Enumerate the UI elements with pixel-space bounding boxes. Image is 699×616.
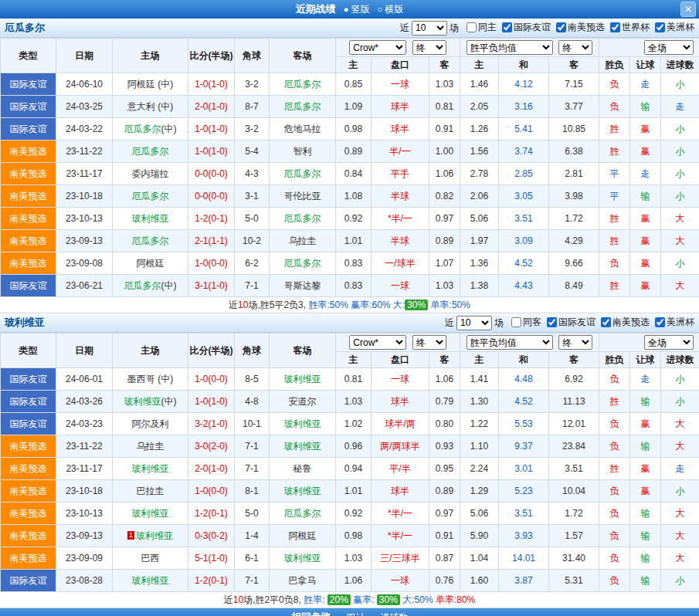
result-handicap: 走 — [630, 163, 661, 185]
result-goals: 小 — [661, 252, 699, 275]
ah-line: 球半 — [372, 480, 429, 503]
summary-segment: 场,胜2平0负8, — [243, 594, 304, 605]
filter-checkbox-input[interactable] — [610, 22, 620, 32]
odds-draw: 3.93 — [499, 525, 549, 547]
team-name-highlight: 厄瓜多尔 — [284, 168, 321, 179]
match-type-badge: 南美预选 — [1, 435, 56, 458]
home-team-cell: 厄瓜多尔(中) — [113, 275, 188, 297]
match-type-badge: 南美预选 — [1, 208, 56, 230]
summary-segment: 近 — [224, 594, 233, 605]
radio-option[interactable]: ○横版 — [378, 3, 404, 16]
odds-1x2-time-select[interactable]: 终 — [558, 335, 592, 350]
odds-1x2-avg-select[interactable]: 胜平负均值 — [467, 40, 553, 55]
filter-checkbox[interactable]: 国际友谊 — [502, 21, 551, 34]
match-row: 南美预选23-11-17委内瑞拉0-0(0-0)4-3厄瓜多尔0.84平手1.0… — [1, 163, 699, 185]
away-team-cell: 玻利维亚 — [270, 480, 336, 503]
ah-away-odds: 1.06 — [429, 163, 460, 185]
ah-line: 一/球半 — [372, 252, 429, 275]
filter-checkbox-input[interactable] — [655, 22, 665, 32]
competition-filter-group: 同客国际友谊南美预选美洲杯 — [506, 316, 694, 330]
filter-checkbox[interactable]: 南美预选 — [556, 21, 605, 34]
odds-1x2-time-select[interactable]: 终 — [558, 40, 592, 55]
match-row: 国际友谊24-06-10阿根廷 (中)1-0(1-0)3-2厄瓜多尔0.85一球… — [1, 73, 699, 96]
team-name-highlight: 玻利维亚 — [124, 396, 161, 407]
filter-checkbox-input[interactable] — [556, 22, 566, 32]
team-name-highlight: 玻利维亚 — [284, 374, 321, 384]
match-date: 23-10-13 — [56, 503, 113, 525]
filter-checkbox-label: 同主 — [478, 21, 497, 34]
odds-home-win: 1.36 — [460, 252, 499, 275]
filter-checkbox-input[interactable] — [511, 317, 521, 327]
match-date: 24-03-23 — [56, 413, 113, 435]
radio-option[interactable]: ○进球数 — [373, 611, 409, 616]
ah-away-odds: 0.89 — [429, 480, 460, 503]
filter-checkbox-input[interactable] — [502, 22, 512, 32]
odds-1x2-avg-select[interactable]: 胜平负均值 — [467, 335, 553, 350]
radio-option[interactable]: ●双计 — [339, 611, 365, 616]
filter-checkbox-input[interactable] — [601, 317, 611, 327]
filter-checkbox-input[interactable] — [655, 317, 665, 327]
games-count-select[interactable]: 10 — [412, 21, 447, 36]
ah-time-select[interactable]: 终 — [412, 335, 446, 350]
filter-checkbox[interactable]: 世界杯 — [610, 21, 650, 34]
ah-time-select[interactable]: 终 — [412, 40, 446, 55]
summary-segment: 场,胜5平2负3, — [248, 300, 308, 310]
odds-draw: 3.87 — [499, 570, 549, 592]
away-team-cell: 厄瓜多尔 — [270, 503, 336, 525]
match-date: 23-06-21 — [56, 275, 113, 297]
games-count-select[interactable]: 10 — [456, 316, 492, 330]
filter-checkbox-input[interactable] — [467, 22, 477, 32]
home-team-cell: 墨西哥 (中) — [113, 368, 188, 391]
odds-home-win: 1.26 — [460, 118, 499, 140]
odds-away-win: 23.84 — [549, 435, 599, 458]
ah-line: 球半 — [372, 96, 429, 118]
filter-checkbox[interactable]: 国际友谊 — [547, 316, 596, 329]
summary-bar: 近10场,胜2平0负8, 胜率: 20% 赢率: 30% 大:50% 单率:80… — [0, 592, 699, 608]
corners-cell: 1-4 — [235, 525, 270, 547]
radio-option[interactable]: ●竖版 — [344, 3, 370, 16]
corners-cell: 3-1 — [235, 185, 270, 208]
match-date: 23-09-13 — [56, 525, 113, 547]
odds-home-win: 1.38 — [460, 275, 499, 297]
col-corners: 角球 — [235, 333, 270, 368]
match-row: 国际友谊23-08-28玻利维亚1-2(0-1)7-1巴拿马1.06一球0.76… — [1, 570, 699, 592]
ah-away-odds: 0.79 — [429, 391, 460, 413]
scope-select[interactable]: 全场 — [644, 40, 694, 55]
ah-line: *半/一 — [372, 503, 429, 525]
filter-checkbox[interactable]: 美洲杯 — [655, 21, 694, 34]
result-goals: 大 — [661, 435, 699, 458]
match-type-badge: 南美预选 — [1, 230, 56, 252]
match-row: 国际友谊23-06-21厄瓜多尔(中)3-1(1-0)7-1哥斯达黎0.83一球… — [1, 275, 699, 297]
match-row: 国际友谊24-03-26玻利维亚(中)1-0(1-0)4-8安道尔1.03球半0… — [1, 391, 699, 413]
odds-draw: 9.37 — [499, 435, 549, 458]
filter-checkbox[interactable]: 同主 — [467, 21, 497, 34]
odds-1x2-header: 胜平负均值 终 — [460, 333, 599, 352]
odds-home-win: 2.78 — [460, 163, 499, 185]
filter-checkbox[interactable]: 同客 — [511, 316, 541, 329]
result-handicap: 输 — [630, 391, 661, 413]
result-goals: 大 — [661, 230, 699, 252]
filter-checkbox[interactable]: 南美预选 — [601, 316, 650, 329]
radio-label: 双计 — [347, 611, 365, 616]
bookmaker-select[interactable]: Crow* — [349, 335, 406, 350]
filter-checkbox-input[interactable] — [547, 317, 557, 327]
bookmaker-select[interactable]: Crow* — [349, 40, 406, 55]
close-button[interactable]: ✕ — [680, 2, 696, 17]
team-name: 玻利维亚 — [5, 316, 45, 330]
odds-draw: 5.41 — [499, 118, 549, 140]
ah-away-odds: 0.89 — [429, 230, 460, 252]
filter-bar: 近 10 场 同主国际友谊南美预选世界杯美洲杯 — [400, 21, 694, 36]
result-handicap: 输 — [630, 185, 661, 208]
result-handicap: 赢 — [630, 275, 661, 297]
col-score: 比分(半场) — [188, 39, 235, 73]
filter-checkbox[interactable]: 美洲杯 — [655, 316, 694, 329]
same-handicap-bar: 相同盘路 ●双计○进球数 — [0, 608, 699, 616]
games-suffix-label: 场 — [450, 22, 459, 35]
result-wdl: 负 — [599, 413, 630, 435]
corners-cell: 6-1 — [235, 547, 270, 570]
scope-select[interactable]: 全场 — [644, 335, 694, 350]
match-type-badge: 南美预选 — [1, 503, 56, 525]
ah-away-odds: 0.82 — [429, 185, 460, 208]
match-row: 南美预选23-10-18巴拉圭1-0(0-0)8-1玻利维亚1.01球半0.89… — [1, 480, 699, 503]
home-team-cell: 玻利维亚 — [113, 503, 188, 525]
